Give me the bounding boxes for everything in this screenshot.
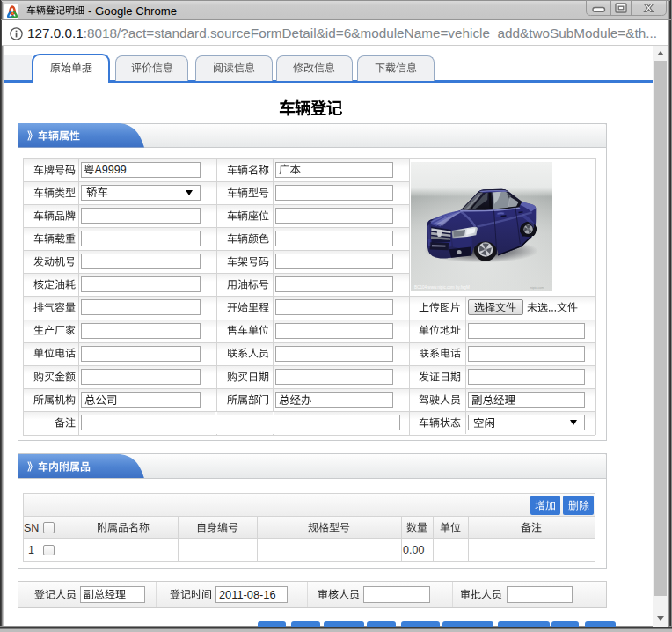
svg-text:nipic.com: nipic.com [530, 286, 544, 290]
svg-text:BC104 www.nipic.com by.fsgM: BC104 www.nipic.com by.fsgM [414, 285, 470, 290]
